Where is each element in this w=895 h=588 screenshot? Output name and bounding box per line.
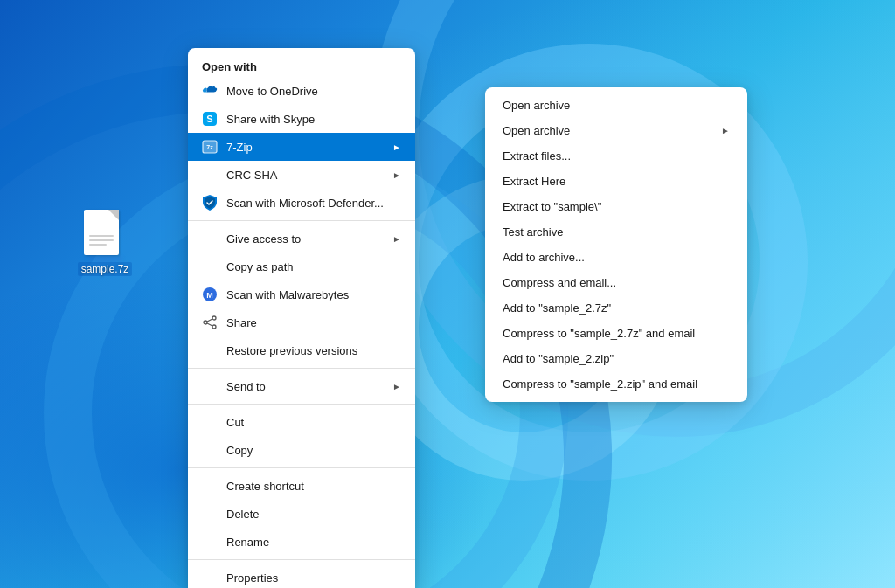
menu-item-share[interactable]: Share — [188, 308, 415, 336]
file-line-1 — [89, 235, 114, 237]
file-line-2 — [89, 239, 114, 241]
menu-item-properties[interactable]: Properties — [188, 564, 415, 588]
menu-item-label: Cut — [226, 416, 244, 429]
menu-item-label: Open archive — [503, 124, 570, 137]
menu-item-label: Scan with Malwarebytes — [226, 288, 349, 301]
menu-item-label: Test archive — [503, 225, 563, 239]
menu-item-label: Extract Here — [503, 175, 565, 188]
submenu-item-compress-email[interactable]: Compress and email... — [485, 270, 747, 295]
svg-line-8 — [207, 323, 212, 326]
menu-item-label: Move to OneDrive — [226, 85, 318, 98]
give-access-icon — [202, 231, 218, 246]
menu-item-label: Add to "sample_2.zip" — [503, 352, 614, 365]
submenu-item-add-sample-2-7z[interactable]: Add to "sample_2.7z" — [485, 295, 747, 321]
share-icon — [202, 315, 218, 330]
context-menu: Open with Move to OneDrive S Share with … — [188, 48, 415, 588]
file-icon-sample-7z[interactable]: sample.7z — [70, 210, 140, 276]
menu-item-copy-path[interactable]: Copy as path — [188, 252, 415, 280]
menu-item-label: Rename — [226, 536, 269, 549]
submenu-arrow: ► — [392, 170, 401, 180]
menu-item-scan-malwarebytes[interactable]: M Scan with Malwarebytes — [188, 280, 415, 308]
onedrive-icon — [202, 83, 218, 99]
menu-item-rename[interactable]: Rename — [188, 528, 415, 556]
menu-item-7zip[interactable]: 7z 7-Zip ► — [188, 133, 415, 161]
menu-item-move-to-onedrive[interactable]: Move to OneDrive — [188, 77, 415, 105]
svg-line-7 — [207, 319, 212, 322]
submenu-arrow: ► — [721, 126, 730, 135]
properties-icon — [202, 570, 218, 585]
menu-divider-2 — [188, 368, 415, 369]
menu-item-label: Scan with Microsoft Defender... — [226, 197, 384, 210]
menu-item-label: Add to "sample_2.7z" — [503, 301, 611, 315]
menu-item-restore[interactable]: Restore previous versions — [188, 336, 415, 364]
copy-icon — [202, 442, 218, 458]
menu-item-send-to[interactable]: Send to ► — [188, 372, 415, 400]
menu-item-label: Create shortcut — [226, 480, 304, 493]
svg-point-5 — [204, 321, 207, 324]
submenu-item-extract-to-sample[interactable]: Extract to "sample\" — [485, 194, 747, 219]
menu-divider-4 — [188, 467, 415, 468]
skype-icon: S — [202, 111, 218, 127]
menu-item-crc-sha[interactable]: CRC SHA ► — [188, 161, 415, 189]
submenu-item-open-archive-2[interactable]: Open archive ► — [485, 118, 747, 143]
menu-item-delete[interactable]: Delete — [188, 500, 415, 528]
menu-item-label: Give access to — [226, 232, 301, 246]
send-to-icon — [202, 378, 218, 394]
submenu-item-add-sample-2-zip[interactable]: Add to "sample_2.zip" — [485, 346, 747, 371]
menu-item-label: Copy as path — [226, 260, 294, 273]
submenu-item-open-archive-1[interactable]: Open archive — [485, 93, 747, 118]
rename-icon — [202, 534, 218, 550]
menu-item-label: Properties — [226, 571, 278, 585]
file-icon-graphic — [84, 210, 126, 259]
svg-point-6 — [212, 325, 216, 329]
submenu-arrow: ► — [392, 142, 401, 152]
submenu-item-test-archive[interactable]: Test archive — [485, 219, 747, 245]
menu-item-scan-defender[interactable]: Scan with Microsoft Defender... — [188, 189, 415, 217]
menu-item-label: Restore previous versions — [226, 344, 357, 357]
menu-item-label: Copy — [226, 444, 253, 457]
menu-item-give-access[interactable]: Give access to ► — [188, 225, 415, 252]
file-icon-label: sample.7z — [78, 262, 133, 276]
defender-icon — [202, 195, 218, 211]
menu-item-copy[interactable]: Copy — [188, 436, 415, 464]
svg-text:M: M — [206, 291, 213, 300]
file-line-3 — [89, 244, 107, 246]
menu-item-label: Compress to "sample_2.7z" and email — [503, 327, 695, 340]
menu-item-label: Share with Skype — [226, 113, 315, 126]
svg-text:7z: 7z — [206, 144, 213, 150]
crc-icon — [202, 167, 218, 183]
7zip-submenu: Open archive Open archive ► Extract file… — [485, 87, 747, 402]
submenu-item-extract-files[interactable]: Extract files... — [485, 143, 747, 169]
shortcut-icon — [202, 478, 218, 494]
file-icon-shadow — [87, 255, 122, 262]
skype-icon-shape: S — [203, 112, 217, 126]
cut-icon — [202, 414, 218, 430]
submenu-arrow: ► — [392, 382, 401, 391]
submenu-item-compress-sample-2-7z-email[interactable]: Compress to "sample_2.7z" and email — [485, 321, 747, 346]
menu-item-label: Delete — [226, 508, 260, 521]
menu-item-create-shortcut[interactable]: Create shortcut — [188, 472, 415, 500]
file-icon-lines — [89, 235, 114, 248]
submenu-item-add-to-archive[interactable]: Add to archive... — [485, 245, 747, 270]
menu-item-label: 7-Zip — [226, 141, 253, 154]
submenu-item-extract-here[interactable]: Extract Here — [485, 169, 747, 194]
7zip-icon: 7z — [202, 139, 218, 155]
menu-item-label: Open archive — [503, 99, 570, 112]
desktop-wallpaper — [0, 0, 895, 588]
menu-divider-5 — [188, 559, 415, 560]
submenu-item-compress-sample-2-zip-email[interactable]: Compress to "sample_2.zip" and email — [485, 371, 747, 397]
malwarebytes-icon: M — [202, 287, 218, 302]
menu-item-label: Compress to "sample_2.zip" and email — [503, 377, 697, 391]
menu-item-label: Send to — [226, 380, 266, 393]
menu-item-share-skype[interactable]: S Share with Skype — [188, 105, 415, 133]
menu-item-cut[interactable]: Cut — [188, 408, 415, 436]
submenu-arrow: ► — [392, 234, 401, 244]
copy-path-icon — [202, 259, 218, 274]
delete-icon — [202, 506, 218, 522]
menu-item-label: Add to archive... — [503, 251, 585, 264]
menu-item-label: Compress and email... — [503, 276, 616, 289]
menu-divider-3 — [188, 404, 415, 405]
menu-divider-1 — [188, 220, 415, 221]
menu-item-label: Extract to "sample\" — [503, 200, 601, 213]
restore-icon — [202, 342, 218, 358]
